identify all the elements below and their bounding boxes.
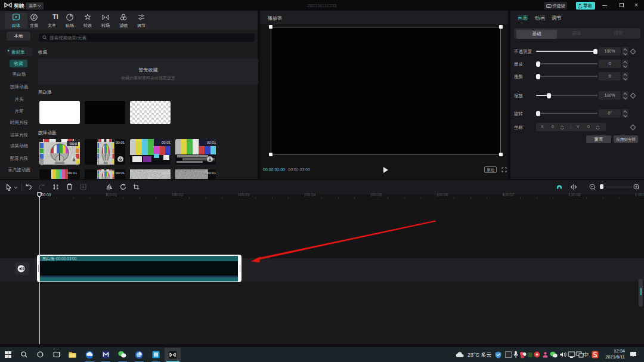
- svg-text:00:0: 00:0: [70, 142, 77, 146]
